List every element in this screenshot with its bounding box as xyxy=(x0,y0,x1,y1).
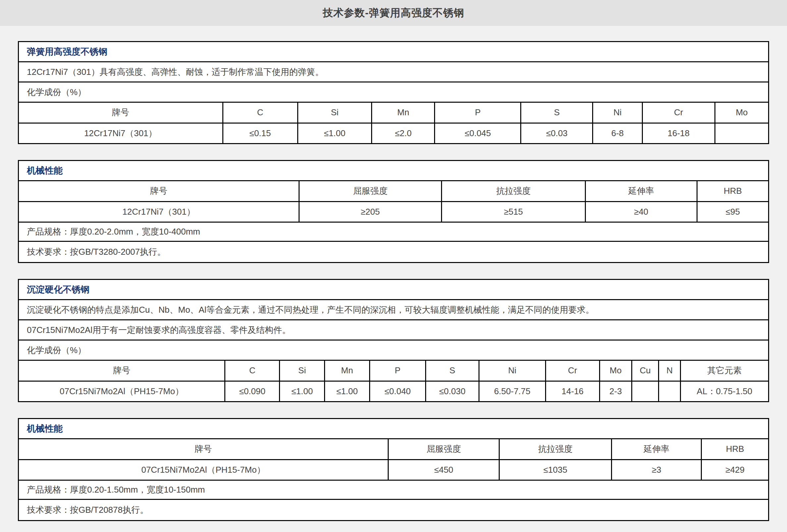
section-title: 机械性能 xyxy=(27,164,63,177)
table-header-cell: 抗拉强度 xyxy=(441,181,585,201)
tech-requirement-row: 技术要求：按GB/T20878执行。 xyxy=(19,500,768,520)
product-spec-row: 产品规格：厚度0.20-1.50mm，宽度10-150mm xyxy=(19,480,768,500)
table-header-cell: Mn xyxy=(324,361,369,381)
table-header-cell: Cu xyxy=(632,361,658,381)
table-header-cell: P xyxy=(435,103,521,123)
mechanical-properties-table-ph: 牌号 屈服强度 抗拉强度 延伸率 HRB 07Cr15Ni7Mo2Al（PH15… xyxy=(19,439,768,480)
table-header-cell: C xyxy=(225,361,280,381)
tech-requirement-text: 技术要求：按GB/T3280-2007执行。 xyxy=(27,246,166,258)
table-data-cell: ≤0.040 xyxy=(369,381,426,401)
table-header-cell: 牌号 xyxy=(19,181,299,201)
table-data-cell: 16-18 xyxy=(642,123,715,143)
tech-requirement-row: 技术要求：按GB/T3280-2007执行。 xyxy=(19,242,768,262)
table-header-cell: S xyxy=(521,103,593,123)
table-data-cell xyxy=(715,123,768,143)
chem-composition-table-ph: 牌号 C Si Mn P S Ni Cr Mo Cu N 其它元素 07Cr15… xyxy=(19,361,768,401)
chem-label-text: 化学成份（%） xyxy=(27,345,86,356)
table-data-cell: ≤1.00 xyxy=(324,381,369,401)
chem-label-row: 化学成份（%） xyxy=(19,340,768,361)
table-header-row: 牌号 屈服强度 抗拉强度 延伸率 HRB xyxy=(19,439,768,460)
table-header-cell: Si xyxy=(298,103,372,123)
table-data-row: 07Cr15Ni7Mo2Al（PH15-7Mo） ≤450 ≤1035 ≥3 ≥… xyxy=(19,460,768,480)
table-header-cell: C xyxy=(223,103,298,123)
table-header-cell: 牌号 xyxy=(19,103,223,123)
table-header-cell: Cr xyxy=(642,103,715,123)
table-data-cell: 6-8 xyxy=(593,123,642,143)
table-header-cell: Ni xyxy=(593,103,642,123)
table-data-cell: ≥40 xyxy=(585,201,697,222)
section-spring-steel: 弹簧用高强度不锈钢 12Cr17Ni7（301）具有高强度、高弹性、耐蚀，适于制… xyxy=(18,41,769,144)
description-row: 沉淀硬化不锈钢的特点是添加Cu、Nb、Mo、Al等合金元素，通过不同热处理，产生… xyxy=(19,300,768,320)
table-data-cell: ≥205 xyxy=(299,201,442,222)
table-data-cell: ≤1035 xyxy=(499,460,611,480)
table-data-row: 07Cr15Ni7Mo2Al（PH15-7Mo） ≤0.090 ≤1.00 ≤1… xyxy=(19,381,768,401)
table-header-cell: HRB xyxy=(697,181,768,201)
description-row: 12Cr17Ni7（301）具有高强度、高弹性、耐蚀，适于制作常温下使用的弹簧。 xyxy=(19,62,768,83)
table-header-cell: Ni xyxy=(479,361,546,381)
table-data-cell: ≤0.030 xyxy=(426,381,479,401)
page-header: 技术参数-弹簧用高强度不锈钢 xyxy=(0,0,787,26)
table-data-cell: 07Cr15Ni7Mo2Al（PH15-7Mo） xyxy=(19,381,225,401)
table-header-cell: 延伸率 xyxy=(585,181,697,201)
table-header-cell: 屈服强度 xyxy=(299,181,442,201)
product-spec-text: 产品规格：厚度0.20-1.50mm，宽度10-150mm xyxy=(27,484,205,495)
description-text: 沉淀硬化不锈钢的特点是添加Cu、Nb、Mo、Al等合金元素，通过不同热处理，产生… xyxy=(27,304,594,316)
table-data-cell: 12Cr17Ni7（301） xyxy=(19,201,299,222)
mechanical-properties-table-301: 牌号 屈服强度 抗拉强度 延伸率 HRB 12Cr17Ni7（301） ≥205… xyxy=(19,181,768,222)
table-header-row: 牌号 C Si Mn P S Ni Cr Mo Cu N 其它元素 xyxy=(19,361,768,381)
table-data-cell: ≤95 xyxy=(697,201,768,222)
section-title-row: 弹簧用高强度不锈钢 xyxy=(19,42,768,62)
table-header-cell: Mo xyxy=(715,103,768,123)
page-title: 技术参数-弹簧用高强度不锈钢 xyxy=(323,6,464,20)
product-spec-row: 产品规格：厚度0.20-2.0mm，宽度10-400mm xyxy=(19,222,768,242)
section-mechanical-properties-301: 机械性能 牌号 屈服强度 抗拉强度 延伸率 HRB 12Cr17Ni7（301）… xyxy=(18,160,769,263)
section-title: 沉淀硬化不锈钢 xyxy=(27,284,89,295)
description-row: 07Cr15Ni7Mo2Al用于有一定耐蚀要求的高强度容器、零件及结构件。 xyxy=(19,320,768,340)
table-header-cell: HRB xyxy=(702,439,768,460)
table-header-cell: 抗拉强度 xyxy=(499,439,611,460)
table-data-cell: AL：0.75-1.50 xyxy=(680,381,768,401)
table-header-cell: 延伸率 xyxy=(611,439,701,460)
table-data-row: 12Cr17Ni7（301） ≥205 ≥515 ≥40 ≤95 xyxy=(19,201,768,222)
table-data-cell: 14-16 xyxy=(546,381,599,401)
section-precipitation-hardening: 沉淀硬化不锈钢 沉淀硬化不锈钢的特点是添加Cu、Nb、Mo、Al等合金元素，通过… xyxy=(18,279,769,402)
table-data-row: 12Cr17Ni7（301） ≤0.15 ≤1.00 ≤2.0 ≤0.045 ≤… xyxy=(19,123,768,143)
table-header-cell: Mo xyxy=(599,361,632,381)
chem-label-text: 化学成份（%） xyxy=(27,86,86,98)
table-data-cell: 6.50-7.75 xyxy=(479,381,546,401)
chem-composition-table-301: 牌号 C Si Mn P S Ni Cr Mo 12Cr17Ni7（301） ≤… xyxy=(19,103,768,143)
table-header-cell: 牌号 xyxy=(19,361,225,381)
description-text: 07Cr15Ni7Mo2Al用于有一定耐蚀要求的高强度容器、零件及结构件。 xyxy=(27,324,291,336)
table-data-cell: ≥515 xyxy=(441,201,585,222)
table-header-cell: Si xyxy=(280,361,325,381)
table-header-cell: 牌号 xyxy=(19,439,388,460)
table-header-cell: N xyxy=(659,361,681,381)
table-header-row: 牌号 屈服强度 抗拉强度 延伸率 HRB xyxy=(19,181,768,201)
table-data-cell: ≤450 xyxy=(388,460,499,480)
table-header-cell: Cr xyxy=(546,361,599,381)
table-data-cell: 12Cr17Ni7（301） xyxy=(19,123,223,143)
table-header-cell: Mn xyxy=(372,103,435,123)
table-data-cell: ≥429 xyxy=(702,460,768,480)
table-data-cell: 2-3 xyxy=(599,381,632,401)
table-header-cell: P xyxy=(369,361,426,381)
section-title: 弹簧用高强度不锈钢 xyxy=(27,46,107,58)
section-title-row: 机械性能 xyxy=(19,161,768,181)
chem-label-row: 化学成份（%） xyxy=(19,83,768,103)
section-title: 机械性能 xyxy=(27,423,63,435)
table-data-cell: 07Cr15Ni7Mo2Al（PH15-7Mo） xyxy=(19,460,388,480)
table-data-cell: ≤0.03 xyxy=(521,123,593,143)
description-text: 12Cr17Ni7（301）具有高强度、高弹性、耐蚀，适于制作常温下使用的弹簧。 xyxy=(27,66,324,78)
table-data-cell xyxy=(632,381,658,401)
table-data-cell: ≤2.0 xyxy=(372,123,435,143)
table-data-cell: ≥3 xyxy=(611,460,701,480)
table-header-cell: 其它元素 xyxy=(680,361,768,381)
table-data-cell: ≤0.15 xyxy=(223,123,298,143)
product-spec-text: 产品规格：厚度0.20-2.0mm，宽度10-400mm xyxy=(27,226,200,238)
table-header-cell: 屈服强度 xyxy=(388,439,499,460)
table-data-cell: ≤1.00 xyxy=(280,381,325,401)
main-content: 弹簧用高强度不锈钢 12Cr17Ni7（301）具有高强度、高弹性、耐蚀，适于制… xyxy=(0,26,787,521)
table-header-cell: S xyxy=(426,361,479,381)
table-data-cell: ≤0.090 xyxy=(225,381,280,401)
section-mechanical-properties-ph: 机械性能 牌号 屈服强度 抗拉强度 延伸率 HRB 07Cr15Ni7Mo2Al… xyxy=(18,418,769,521)
